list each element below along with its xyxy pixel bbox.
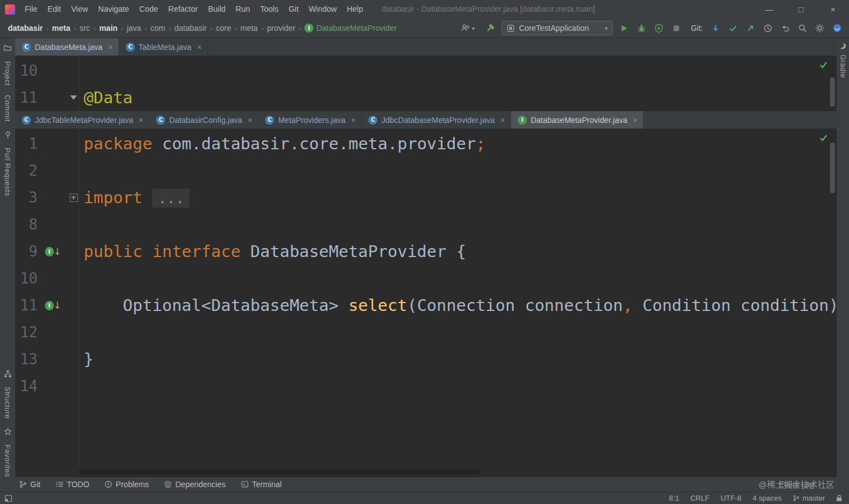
tool-window-button-terminal[interactable]: Terminal xyxy=(241,480,282,489)
code-with-me-users-button[interactable]: ▾ xyxy=(460,23,474,33)
tool-window-button-pull-requests[interactable]: Pull Requests xyxy=(3,148,12,196)
line-number: 13 xyxy=(15,351,38,368)
tool-window-button-git[interactable]: Git xyxy=(19,480,40,489)
tool-window-button-favorites[interactable]: Favorites xyxy=(3,445,12,477)
tab-databasirconfig-java[interactable]: C DatabasirConfig.java × xyxy=(149,111,258,129)
breadcrumb-item[interactable]: databasir xyxy=(175,24,207,33)
close-icon[interactable]: × xyxy=(139,116,143,125)
fold-collapse-icon[interactable] xyxy=(70,95,77,100)
breadcrumb-item[interactable]: databasir xyxy=(8,24,43,33)
close-icon[interactable]: × xyxy=(633,116,637,125)
close-icon[interactable]: × xyxy=(197,43,202,52)
menu-code[interactable]: Code xyxy=(134,0,163,19)
coverage-icon xyxy=(654,24,664,33)
debug-button[interactable] xyxy=(635,22,647,34)
menu-help[interactable]: Help xyxy=(342,0,368,19)
vertical-scrollbar[interactable] xyxy=(830,143,835,193)
breadcrumb-item[interactable]: main xyxy=(99,24,118,33)
breadcrumb-current-file-label: DatabaseMetaProvider xyxy=(316,24,396,33)
run-configuration-select[interactable]: CoreTestApplication ▾ xyxy=(501,21,613,35)
implemented-gutter-icon[interactable]: I↓ xyxy=(45,246,61,257)
tool-window-button-structure[interactable]: Structure xyxy=(3,387,12,419)
breadcrumb-item[interactable]: meta xyxy=(240,24,258,33)
line-separator-indicator[interactable]: CRLF xyxy=(690,494,709,502)
breadcrumb-item[interactable]: src xyxy=(80,24,90,33)
vertical-scrollbar[interactable] xyxy=(830,77,835,107)
breadcrumb-item[interactable]: meta xyxy=(52,24,71,33)
local-history-button[interactable] xyxy=(761,22,774,34)
search-everywhere-button[interactable] xyxy=(796,22,809,34)
menu-window[interactable]: Window xyxy=(304,0,342,19)
breadcrumb-current-file[interactable]: I DatabaseMetaProvider xyxy=(304,24,396,33)
line-number: 8 xyxy=(15,216,38,233)
run-button[interactable] xyxy=(618,22,630,34)
menu-file[interactable]: File xyxy=(20,0,43,19)
tool-window-button-gradle[interactable]: Gradle xyxy=(839,54,847,78)
caret-position[interactable]: 8:1 xyxy=(669,494,679,502)
encoding-indicator[interactable]: UTF-8 xyxy=(720,494,741,502)
breadcrumb-item[interactable]: provider xyxy=(267,24,295,33)
menu-build[interactable]: Build xyxy=(203,0,230,19)
breadcrumb-item[interactable]: core xyxy=(216,24,231,33)
git-push-button[interactable] xyxy=(744,22,756,34)
bottom-code-editor[interactable]: 1 package com.databasir.core.meta.provid… xyxy=(15,129,837,477)
tool-window-button-todo[interactable]: TODO xyxy=(56,480,89,489)
settings-button[interactable] xyxy=(814,22,826,34)
tab-jdbctablemetaprovider-java[interactable]: C JdbcTableMetaProvider.java × xyxy=(15,111,149,129)
indent-indicator[interactable]: 4 spaces xyxy=(752,494,782,502)
todo-list-icon xyxy=(56,480,63,488)
tool-window-button-problems[interactable]: Problems xyxy=(104,480,149,489)
menu-refactor[interactable]: Refactor xyxy=(163,0,203,19)
menu-navigate[interactable]: Navigate xyxy=(93,0,134,19)
close-button[interactable]: × xyxy=(817,0,849,19)
menu-edit[interactable]: Edit xyxy=(43,0,66,19)
tool-window-button-dependencies[interactable]: Dependencies xyxy=(164,480,226,489)
tab-jdbcdatabasemetaprovider-java[interactable]: C JdbcDatabaseMetaProvider.java × xyxy=(362,111,511,129)
application-icon xyxy=(506,24,515,33)
menu-run[interactable]: Run xyxy=(231,0,255,19)
menu-git[interactable]: Git xyxy=(284,0,304,19)
close-icon[interactable]: × xyxy=(500,116,505,125)
breadcrumb-item[interactable]: com xyxy=(150,24,165,33)
minimize-button[interactable]: — xyxy=(753,0,785,19)
git-update-button[interactable] xyxy=(709,22,722,34)
tool-window-button-commit[interactable]: Commit xyxy=(3,95,12,122)
tab-databasemetaprovider-java[interactable]: I DatabaseMetaProvider.java × xyxy=(511,111,643,129)
run-with-coverage-button[interactable] xyxy=(652,22,665,34)
menu-tools[interactable]: Tools xyxy=(255,0,284,19)
horizontal-scrollbar[interactable] xyxy=(79,469,480,474)
line-number: 12 xyxy=(15,324,38,341)
git-branch-indicator[interactable]: master xyxy=(793,494,825,502)
close-icon[interactable]: × xyxy=(248,116,252,125)
breadcrumb-separator-icon: › xyxy=(210,24,212,33)
tool-window-button-project[interactable]: Project xyxy=(3,61,12,86)
close-icon[interactable]: × xyxy=(351,116,355,125)
tab-tablemeta-java[interactable]: C TableMeta.java × xyxy=(119,38,208,56)
maximize-button[interactable]: □ xyxy=(785,0,817,19)
git-commit-button[interactable] xyxy=(727,22,739,34)
tab-databasemeta-java[interactable]: C DatabaseMeta.java × xyxy=(15,38,119,56)
breadcrumb-item[interactable]: java xyxy=(127,24,142,33)
breadcrumb-separator-icon: › xyxy=(235,24,237,33)
stop-button[interactable] xyxy=(670,22,682,34)
chevron-down-icon: ▾ xyxy=(605,25,608,31)
search-icon xyxy=(798,24,807,33)
code-line: 14 xyxy=(15,373,837,400)
tool-window-toggle-icon[interactable] xyxy=(4,494,12,502)
tab-label: TableMeta.java xyxy=(139,43,191,52)
inspections-ok-icon[interactable] xyxy=(819,61,828,68)
undo-button[interactable] xyxy=(779,22,791,34)
top-code-editor[interactable]: 10 11 @Data xyxy=(15,56,837,111)
bottom-tool-window-bar: Git TODO Problems Dependencies Terminal … xyxy=(0,477,849,492)
write-access-lock-icon[interactable] xyxy=(836,494,842,502)
build-project-button[interactable] xyxy=(484,22,496,34)
close-icon[interactable]: × xyxy=(108,43,113,52)
implemented-gutter-icon[interactable]: I↓ xyxy=(45,300,61,311)
down-arrow-icon: ↓ xyxy=(53,300,61,311)
menu-view[interactable]: View xyxy=(66,0,93,19)
inspections-ok-icon[interactable] xyxy=(819,134,828,141)
tab-metaproviders-java[interactable]: C MetaProviders.java × xyxy=(258,111,362,129)
folded-region[interactable]: ... xyxy=(152,189,190,208)
gradle-notification-button[interactable] xyxy=(831,22,843,34)
fold-expand-icon[interactable]: + xyxy=(70,194,78,202)
